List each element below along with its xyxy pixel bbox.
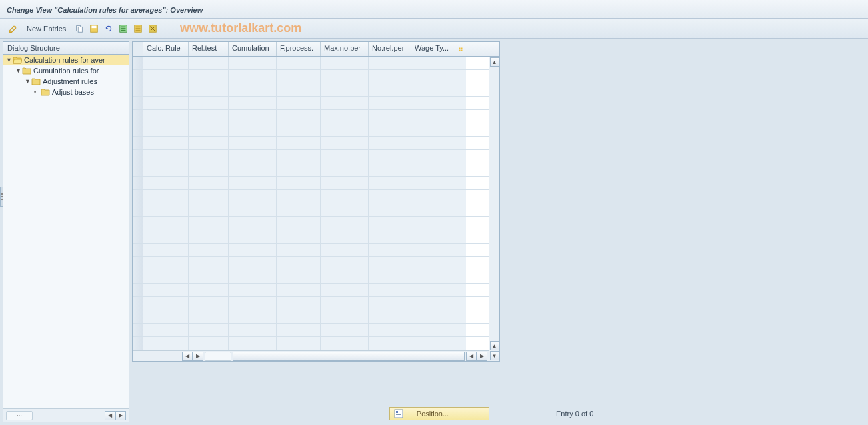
hscroll-left-icon[interactable]: ◀: [182, 352, 193, 361]
table-row[interactable]: [133, 137, 499, 150]
table-cell[interactable]: [277, 257, 321, 270]
table-cell[interactable]: [143, 123, 189, 136]
table-cell[interactable]: [321, 244, 369, 256]
table-cell[interactable]: [321, 177, 369, 189]
row-selector[interactable]: [133, 57, 143, 69]
table-cell[interactable]: [277, 97, 321, 109]
table-cell[interactable]: [369, 110, 411, 123]
table-cell[interactable]: [411, 230, 455, 243]
row-selector[interactable]: [133, 230, 143, 243]
table-cell[interactable]: [143, 57, 189, 69]
col-no-rel-per[interactable]: No.rel.per: [369, 42, 411, 56]
table-cell[interactable]: [229, 337, 277, 350]
sidebar-resize-handle[interactable]: ⋯: [6, 411, 33, 420]
table-row[interactable]: [133, 57, 499, 70]
table-cell[interactable]: [189, 257, 229, 270]
row-selector[interactable]: [133, 110, 143, 123]
table-row[interactable]: [133, 203, 499, 217]
table-cell[interactable]: [143, 284, 189, 296]
table-cell[interactable]: [369, 244, 411, 256]
table-cell[interactable]: [277, 324, 321, 336]
table-cell[interactable]: [189, 97, 229, 109]
table-cell[interactable]: [321, 97, 369, 109]
table-cell[interactable]: [229, 297, 277, 310]
table-cell[interactable]: [369, 163, 411, 176]
table-cell[interactable]: [143, 230, 189, 243]
table-cell[interactable]: [277, 123, 321, 136]
table-cell[interactable]: [369, 190, 411, 203]
table-cell[interactable]: [277, 244, 321, 256]
table-cell[interactable]: [411, 83, 455, 96]
table-cell[interactable]: [369, 97, 411, 109]
table-cell[interactable]: [277, 150, 321, 163]
row-selector[interactable]: [133, 257, 143, 270]
row-selector[interactable]: [133, 217, 143, 230]
table-cell[interactable]: [143, 337, 189, 350]
table-cell[interactable]: [229, 324, 277, 336]
table-cell[interactable]: [229, 97, 277, 109]
table-cell[interactable]: [411, 110, 455, 123]
table-cell[interactable]: [369, 123, 411, 136]
table-row[interactable]: [133, 163, 499, 177]
table-row[interactable]: [133, 284, 499, 297]
table-cell[interactable]: [143, 297, 189, 310]
table-cell[interactable]: [277, 190, 321, 203]
table-cell[interactable]: [411, 190, 455, 203]
hscroll-resize-handle[interactable]: ⋯: [205, 352, 231, 361]
table-config-icon[interactable]: [455, 42, 466, 56]
table-cell[interactable]: [411, 310, 455, 323]
table-cell[interactable]: [277, 70, 321, 83]
table-cell[interactable]: [229, 150, 277, 163]
hscroll-right-icon[interactable]: ▶: [477, 352, 487, 361]
table-cell[interactable]: [229, 217, 277, 230]
table-cell[interactable]: [411, 217, 455, 230]
table-cell[interactable]: [411, 284, 455, 296]
table-cell[interactable]: [143, 137, 189, 149]
table-cell[interactable]: [277, 177, 321, 189]
table-cell[interactable]: [277, 337, 321, 350]
table-cell[interactable]: [189, 137, 229, 149]
table-cell[interactable]: [189, 297, 229, 310]
table-cell[interactable]: [277, 57, 321, 69]
vscroll-track[interactable]: [489, 67, 499, 340]
table-cell[interactable]: [411, 163, 455, 176]
table-cell[interactable]: [277, 217, 321, 230]
select-block-icon[interactable]: [131, 22, 145, 35]
table-cell[interactable]: [277, 310, 321, 323]
table-cell[interactable]: [229, 270, 277, 283]
table-row[interactable]: [133, 70, 499, 83]
table-cell[interactable]: [411, 137, 455, 149]
table-cell[interactable]: [321, 70, 369, 83]
table-cell[interactable]: [229, 310, 277, 323]
table-row[interactable]: [133, 244, 499, 257]
table-row[interactable]: [133, 270, 499, 284]
table-cell[interactable]: [229, 190, 277, 203]
table-row[interactable]: [133, 230, 499, 244]
table-cell[interactable]: [321, 324, 369, 336]
row-selector[interactable]: [133, 150, 143, 163]
row-selector-header[interactable]: [133, 42, 143, 56]
table-cell[interactable]: [189, 324, 229, 336]
undo-icon[interactable]: [102, 22, 115, 35]
table-cell[interactable]: [411, 177, 455, 189]
table-cell[interactable]: [189, 123, 229, 136]
row-selector[interactable]: [133, 190, 143, 203]
deselect-all-icon[interactable]: [146, 22, 159, 35]
table-cell[interactable]: [229, 177, 277, 189]
table-cell[interactable]: [229, 70, 277, 83]
position-button[interactable]: Position...: [389, 407, 489, 420]
table-cell[interactable]: [143, 310, 189, 323]
table-cell[interactable]: [143, 70, 189, 83]
table-cell[interactable]: [321, 257, 369, 270]
table-cell[interactable]: [411, 70, 455, 83]
copy-icon[interactable]: [73, 22, 86, 35]
table-row[interactable]: [133, 123, 499, 137]
row-selector[interactable]: [133, 337, 143, 350]
hscroll-track[interactable]: [233, 352, 465, 361]
table-cell[interactable]: [369, 203, 411, 216]
table-cell[interactable]: [411, 324, 455, 336]
tree-item[interactable]: •Adjust bases: [3, 87, 129, 97]
table-row[interactable]: [133, 257, 499, 270]
table-cell[interactable]: [189, 57, 229, 69]
table-cell[interactable]: [189, 244, 229, 256]
